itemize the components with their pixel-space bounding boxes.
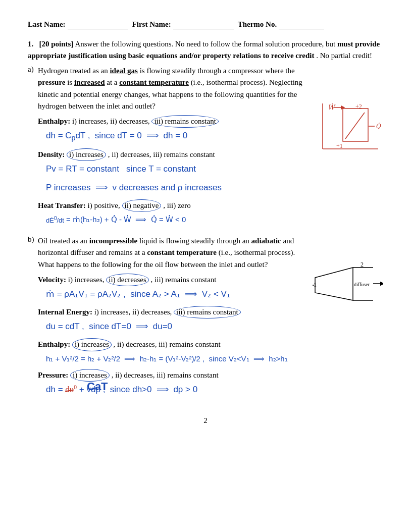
enthalpy-b-hw: h₁ + V₁²/2 = h₂ + V₂²/2 ⟹ h₂-h₁ = (V₁²-V… bbox=[46, 352, 383, 365]
question-1: 1. [20 points] Answer the following ques… bbox=[28, 38, 383, 401]
velocity-circled: ii) decreases bbox=[106, 274, 149, 286]
ts-diagram: Ẇ +2 Q̇ +1 bbox=[315, 98, 383, 156]
enthalpy-circled: iii) remains constant bbox=[151, 115, 218, 128]
first-name-field[interactable] bbox=[173, 20, 234, 29]
diffuser-diagram: 2 1 diffuser bbox=[313, 262, 383, 310]
page-number: 2 bbox=[28, 416, 383, 425]
header: Last Name: First Name: Thermo No. bbox=[28, 20, 383, 29]
part-b-content: 2 1 diffuser Oil tr bbox=[38, 235, 383, 401]
q1-intro: 1. [20 points] Answer the following ques… bbox=[28, 38, 383, 61]
svg-text:Q̇: Q̇ bbox=[376, 123, 381, 130]
enthalpy-b: Enthalpy: i) increases , ii) decreases, … bbox=[38, 338, 383, 351]
density-hw1: Pv = RT = constant since T = constant bbox=[46, 162, 383, 177]
enthalpy-b-circled: i) increases bbox=[72, 338, 112, 351]
internal-energy-hw: du = cdT , since dT=0 ⟹ du=0 bbox=[46, 320, 383, 334]
part-a: a) Hydrogen treated as an ideal gas is f… bbox=[28, 65, 383, 230]
cat-annotation: CaT bbox=[87, 378, 108, 395]
part-b-label: b) bbox=[28, 235, 38, 244]
thermo-field[interactable] bbox=[279, 20, 324, 29]
svg-text:+2: +2 bbox=[355, 103, 362, 110]
internal-energy-circled: iii) remains constant bbox=[174, 306, 240, 318]
part-b: b) 2 1 dif bbox=[28, 235, 383, 401]
heat-transfer-hw: dĖ0/dt = ṁ(h₁-h₂) + Q̇ - Ẇ ⟹ Q̇ = Ẇ < 0 bbox=[46, 213, 383, 226]
svg-text:2: 2 bbox=[361, 262, 364, 268]
svg-line-9 bbox=[345, 113, 365, 139]
last-name-field[interactable] bbox=[68, 20, 128, 29]
svg-text:+1: +1 bbox=[336, 142, 343, 149]
first-name-label: First Name: bbox=[132, 20, 171, 29]
svg-marker-10 bbox=[315, 268, 353, 300]
density-circled: i) increases bbox=[67, 148, 106, 161]
density-hw2: P increases ⟹ v decreases and ρ increase… bbox=[46, 181, 383, 195]
heat-transfer-a: Heat Transfer: i) positive, ii) negative… bbox=[38, 199, 383, 212]
svg-text:diffuser: diffuser bbox=[354, 282, 370, 287]
thermo-label: Thermo No. bbox=[238, 20, 277, 29]
heat-transfer-circled: ii) negative bbox=[122, 199, 162, 212]
last-name-label: Last Name: bbox=[28, 20, 66, 29]
svg-text:1: 1 bbox=[314, 281, 317, 288]
part-a-content: Hydrogen treated as an ideal gas is flow… bbox=[38, 65, 383, 230]
part-a-label: a) bbox=[28, 65, 38, 74]
